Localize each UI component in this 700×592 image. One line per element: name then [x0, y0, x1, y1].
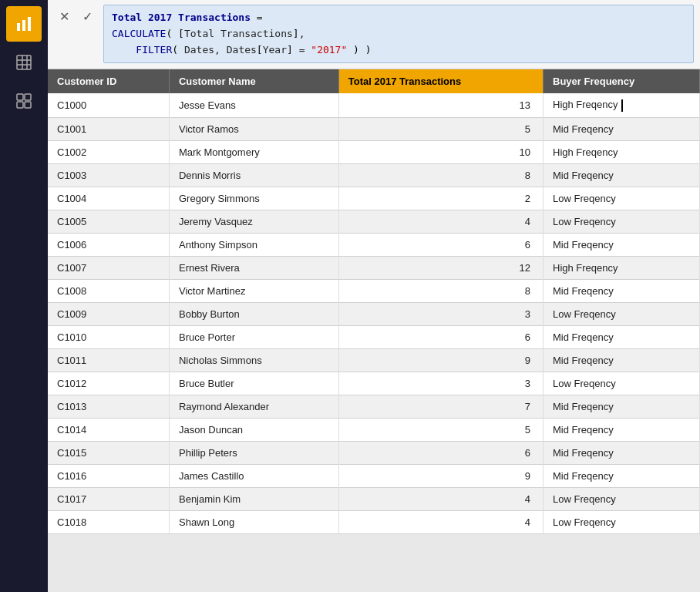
table-row: C1017Benjamin Kim4Low Freqency — [48, 487, 700, 510]
col-header-total-2017: Total 2017 Transactions — [338, 69, 543, 93]
cell-total-2017: 9 — [338, 348, 543, 372]
bar-chart-icon[interactable] — [6, 6, 42, 42]
cell-buyer-freq: High Freqency — [544, 256, 700, 279]
cell-customer-id: C1003 — [48, 163, 169, 187]
svg-rect-0 — [17, 23, 20, 31]
cell-total-2017: 7 — [338, 395, 543, 418]
cell-customer-name: James Castillo — [169, 464, 338, 487]
table-row: C1001Victor Ramos5Mid Freqency — [48, 117, 700, 140]
svg-rect-8 — [17, 94, 23, 100]
table-row: C1003Dennis Morris8Mid Freqency — [48, 163, 700, 187]
cell-customer-name: Victor Ramos — [169, 117, 338, 140]
table-row: C1002Mark Montgomery10High Freqency — [48, 140, 700, 163]
cell-customer-name: Phillip Peters — [169, 441, 338, 464]
sidebar — [0, 0, 48, 592]
confirm-button[interactable]: ✓ — [77, 6, 97, 26]
cell-customer-name: Bruce Butler — [169, 372, 338, 395]
cell-buyer-freq: High Freqency — [544, 140, 700, 163]
cell-customer-id: C1010 — [48, 325, 169, 348]
col-header-buyer-freq: Buyer Frequency — [544, 69, 700, 93]
cell-customer-id: C1011 — [48, 348, 169, 372]
cell-customer-id: C1013 — [48, 395, 169, 418]
svg-rect-1 — [22, 20, 25, 31]
cell-total-2017: 4 — [338, 510, 543, 533]
cell-total-2017: 10 — [338, 140, 543, 163]
cell-buyer-freq: Low Freqency — [544, 187, 700, 210]
cancel-button[interactable]: ✕ — [54, 6, 74, 26]
cell-total-2017: 6 — [338, 325, 543, 348]
cell-customer-name: Victor Martinez — [169, 279, 338, 302]
cell-customer-name: Anthony Simpson — [169, 233, 338, 256]
cell-customer-id: C1002 — [48, 140, 169, 163]
cell-total-2017: 4 — [338, 487, 543, 510]
cell-buyer-freq: Mid Freqency — [544, 117, 700, 140]
cell-buyer-freq: High Freqency — [544, 93, 700, 117]
cell-customer-id: C1008 — [48, 279, 169, 302]
cell-customer-id: C1015 — [48, 441, 169, 464]
cell-total-2017: 6 — [338, 441, 543, 464]
formula-editor[interactable]: Total 2017 Transactions = CALCULATE( [To… — [103, 5, 694, 63]
cell-customer-name: Bobby Burton — [169, 302, 338, 325]
svg-rect-9 — [25, 94, 31, 100]
table-row: C1012Bruce Butler3Low Freqency — [48, 372, 700, 395]
table-row: C1015Phillip Peters6Mid Freqency — [48, 441, 700, 464]
col-header-customer-name: Customer Name — [169, 69, 338, 93]
table-header-row: Customer ID Customer Name Total 2017 Tra… — [48, 69, 700, 93]
cell-buyer-freq: Mid Freqency — [544, 418, 700, 441]
data-table-container[interactable]: Customer ID Customer Name Total 2017 Tra… — [48, 69, 700, 592]
cell-buyer-freq: Mid Freqency — [544, 233, 700, 256]
cell-buyer-freq: Mid Freqency — [544, 348, 700, 372]
cell-total-2017: 13 — [338, 93, 543, 117]
table-row: C1000Jesse Evans13High Freqency — [48, 93, 700, 117]
table-row: C1011Nicholas Simmons9Mid Freqency — [48, 348, 700, 372]
cell-customer-id: C1009 — [48, 302, 169, 325]
cell-buyer-freq: Low Freqency — [544, 210, 700, 233]
cell-total-2017: 2 — [338, 187, 543, 210]
cell-customer-id: C1005 — [48, 210, 169, 233]
formula-buttons: ✕ ✓ — [54, 5, 97, 26]
table-row: C1018Shawn Long4Low Freqency — [48, 510, 700, 533]
cell-customer-name: Benjamin Kim — [169, 487, 338, 510]
table-row: C1004Gregory Simmons2Low Freqency — [48, 187, 700, 210]
cell-customer-id: C1018 — [48, 510, 169, 533]
main-content: ✕ ✓ Total 2017 Transactions = CALCULATE(… — [48, 0, 700, 592]
table-icon[interactable] — [6, 45, 42, 80]
cell-customer-id: C1000 — [48, 93, 169, 117]
data-table: Customer ID Customer Name Total 2017 Tra… — [48, 69, 700, 534]
table-row: C1010Bruce Porter6Mid Freqency — [48, 325, 700, 348]
cell-buyer-freq: Mid Freqency — [544, 395, 700, 418]
cell-customer-name: Jeremy Vasquez — [169, 210, 338, 233]
table-row: C1008Victor Martinez8Mid Freqency — [48, 279, 700, 302]
cell-total-2017: 3 — [338, 372, 543, 395]
cell-buyer-freq: Low Freqency — [544, 302, 700, 325]
cell-buyer-freq: Mid Freqency — [544, 163, 700, 187]
cell-customer-id: C1004 — [48, 187, 169, 210]
cell-buyer-freq: Mid Freqency — [544, 279, 700, 302]
cell-customer-id: C1006 — [48, 233, 169, 256]
cell-customer-name: Bruce Porter — [169, 325, 338, 348]
svg-rect-2 — [28, 17, 31, 31]
cell-total-2017: 9 — [338, 464, 543, 487]
svg-rect-3 — [17, 56, 31, 69]
cell-total-2017: 5 — [338, 418, 543, 441]
svg-rect-11 — [25, 102, 31, 108]
table-row: C1009Bobby Burton3Low Freqency — [48, 302, 700, 325]
grid-icon[interactable] — [6, 83, 42, 119]
cell-customer-name: Nicholas Simmons — [169, 348, 338, 372]
cell-customer-name: Mark Montgomery — [169, 140, 338, 163]
table-row: C1006Anthony Simpson6Mid Freqency — [48, 233, 700, 256]
cell-total-2017: 6 — [338, 233, 543, 256]
cell-customer-id: C1001 — [48, 117, 169, 140]
cell-buyer-freq: Mid Freqency — [544, 325, 700, 348]
cell-buyer-freq: Low Freqency — [544, 510, 700, 533]
cell-customer-name: Ernest Rivera — [169, 256, 338, 279]
col-header-customer-id: Customer ID — [48, 69, 169, 93]
cell-buyer-freq: Mid Freqency — [544, 441, 700, 464]
cell-customer-id: C1007 — [48, 256, 169, 279]
cell-total-2017: 8 — [338, 279, 543, 302]
cell-customer-id: C1017 — [48, 487, 169, 510]
table-row: C1016James Castillo9Mid Freqency — [48, 464, 700, 487]
cell-total-2017: 3 — [338, 302, 543, 325]
cell-customer-name: Jesse Evans — [169, 93, 338, 117]
cell-customer-name: Jason Duncan — [169, 418, 338, 441]
